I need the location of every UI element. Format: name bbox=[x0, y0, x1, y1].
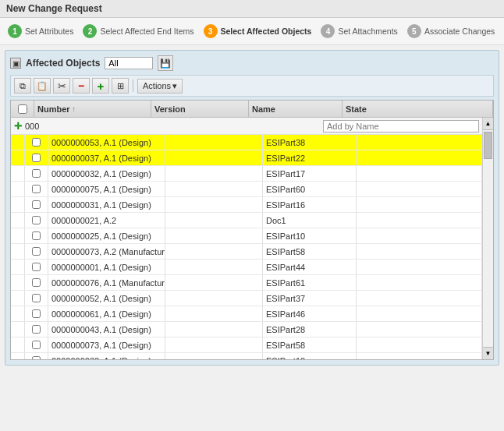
row-name: ESIPart37 bbox=[263, 291, 357, 306]
row-number: 0000000043, A.1 (Design) bbox=[48, 322, 165, 337]
row-checkbox[interactable] bbox=[32, 278, 41, 287]
add-row-icon: ✛ bbox=[14, 121, 22, 132]
row-checkbox[interactable] bbox=[32, 185, 41, 193]
add-button[interactable]: + bbox=[92, 78, 109, 94]
step-4[interactable]: 4 Set Attachments bbox=[321, 24, 397, 38]
row-expand-btn[interactable] bbox=[11, 353, 25, 359]
row-expand-btn[interactable] bbox=[11, 213, 25, 228]
row-version bbox=[165, 337, 263, 352]
cut-button[interactable]: ✂ bbox=[53, 78, 70, 94]
paste-button[interactable]: 📋 bbox=[34, 78, 51, 94]
table-row: 0000000076, A.1 (Manufacturing) ESIPart6… bbox=[11, 275, 482, 291]
add-by-name-input[interactable] bbox=[323, 120, 479, 132]
row-checkbox-cell bbox=[25, 337, 48, 352]
table-body: ✛ 0000000053, A.1 (Design) ESIPart38 bbox=[11, 118, 493, 359]
row-checkbox[interactable] bbox=[32, 341, 41, 349]
add-row: ✛ bbox=[11, 118, 482, 135]
row-checkbox[interactable] bbox=[32, 356, 41, 359]
row-name: ESIPart44 bbox=[263, 260, 357, 274]
main-content: ▣ Affected Objects All Active Inactive 💾… bbox=[5, 50, 499, 366]
step-5-circle: 5 bbox=[407, 24, 421, 38]
row-expand-btn[interactable] bbox=[11, 150, 25, 165]
save-button[interactable]: 💾 bbox=[158, 55, 173, 71]
row-name: ESIPart16 bbox=[263, 197, 357, 212]
row-version bbox=[165, 353, 263, 359]
actions-arrow-icon: ▾ bbox=[172, 81, 177, 91]
row-number: 0000000032, A.1 (Design) bbox=[48, 166, 165, 181]
row-state bbox=[357, 150, 482, 165]
row-expand-btn[interactable] bbox=[11, 337, 25, 352]
row-state bbox=[357, 228, 482, 243]
table-header: Number ↑ Version Name State bbox=[11, 101, 493, 118]
row-name: ESIPart17 bbox=[263, 166, 357, 181]
row-checkbox[interactable] bbox=[32, 138, 41, 147]
row-expand-btn[interactable] bbox=[11, 275, 25, 290]
objects-table: Number ↑ Version Name State ✛ bbox=[10, 100, 494, 360]
step-3[interactable]: 3 Select Affected Objects bbox=[204, 24, 312, 38]
view-button[interactable]: ⊞ bbox=[112, 78, 129, 94]
table-row: 0000000001, A.1 (Design) ESIPart44 bbox=[11, 260, 482, 275]
row-number: 0000000025, A.1 (Design) bbox=[48, 228, 165, 243]
step-1[interactable]: 1 Set Attributes bbox=[8, 24, 73, 38]
row-expand-btn[interactable] bbox=[11, 260, 25, 274]
collapse-button[interactable]: ▣ bbox=[10, 58, 21, 69]
row-checkbox[interactable] bbox=[32, 247, 41, 256]
row-checkbox-cell bbox=[25, 197, 48, 212]
filter-select[interactable]: All Active Inactive bbox=[105, 57, 153, 69]
row-checkbox[interactable] bbox=[32, 231, 41, 240]
row-checkbox-cell bbox=[25, 182, 48, 196]
row-checkbox-cell bbox=[25, 353, 48, 359]
row-checkbox[interactable] bbox=[32, 216, 41, 224]
table-row: 0000000052, A.1 (Design) ESIPart37 bbox=[11, 291, 482, 306]
select-all-checkbox[interactable] bbox=[18, 104, 27, 114]
row-expand-btn[interactable] bbox=[11, 244, 25, 259]
row-checkbox-cell bbox=[25, 228, 48, 243]
row-number: 0000000001, A.1 (Design) bbox=[48, 260, 165, 274]
row-version bbox=[165, 213, 263, 228]
filter-dropdown-wrapper: All Active Inactive bbox=[105, 57, 153, 69]
delete-button[interactable]: − bbox=[73, 78, 90, 94]
row-checkbox[interactable] bbox=[32, 309, 41, 318]
table-row: 0000000031, A.1 (Design) ESIPart16 bbox=[11, 197, 482, 213]
actions-button[interactable]: Actions ▾ bbox=[137, 79, 183, 94]
scrollbar-thumb[interactable] bbox=[484, 132, 492, 159]
col-header-state: State bbox=[343, 101, 493, 117]
row-checkbox-cell bbox=[25, 135, 48, 150]
row-expand-btn[interactable] bbox=[11, 291, 25, 306]
row-state bbox=[357, 291, 482, 306]
scrollbar-up-button[interactable]: ▲ bbox=[483, 118, 493, 130]
row-version bbox=[165, 228, 263, 243]
row-checkbox[interactable] bbox=[32, 294, 41, 302]
row-checkbox[interactable] bbox=[32, 200, 41, 209]
add-row-number-input[interactable] bbox=[25, 122, 320, 131]
row-number: 0000000076, A.1 (Manufacturing) bbox=[48, 275, 165, 290]
row-expand-btn[interactable] bbox=[11, 228, 25, 243]
scrollbar-down-button[interactable]: ▼ bbox=[483, 347, 493, 359]
row-expand-btn[interactable] bbox=[11, 197, 25, 212]
copy-button[interactable]: ⧉ bbox=[14, 78, 31, 94]
wizard-steps: 1 Set Attributes 2 Select Affected End I… bbox=[0, 18, 504, 45]
scrollbar-track[interactable]: ▲ ▼ bbox=[482, 118, 493, 359]
row-number: 0000000031, A.1 (Design) bbox=[48, 197, 165, 212]
sort-arrow-icon: ↑ bbox=[73, 105, 76, 113]
row-expand-btn[interactable] bbox=[11, 182, 25, 196]
row-state bbox=[357, 213, 482, 228]
row-expand-btn[interactable] bbox=[11, 166, 25, 181]
row-version bbox=[165, 182, 263, 196]
row-expand-btn[interactable] bbox=[11, 322, 25, 337]
row-checkbox[interactable] bbox=[32, 154, 41, 162]
row-checkbox-cell bbox=[25, 322, 48, 337]
step-2[interactable]: 2 Select Affected End Items bbox=[83, 24, 193, 38]
row-checkbox[interactable] bbox=[32, 325, 41, 334]
row-checkbox[interactable] bbox=[32, 169, 41, 178]
section-header: ▣ Affected Objects All Active Inactive 💾 bbox=[10, 55, 494, 71]
row-checkbox[interactable] bbox=[32, 263, 41, 271]
row-name: ESIPart38 bbox=[263, 135, 357, 150]
actions-label: Actions bbox=[143, 81, 171, 90]
col-header-number: Number ↑ bbox=[34, 101, 151, 117]
row-expand-btn[interactable] bbox=[11, 306, 25, 321]
header-checkbox-cell bbox=[11, 101, 34, 117]
step-5[interactable]: 5 Associate Changes bbox=[407, 24, 495, 38]
row-name: ESIPart22 bbox=[263, 150, 357, 165]
row-expand-btn[interactable] bbox=[11, 135, 25, 150]
